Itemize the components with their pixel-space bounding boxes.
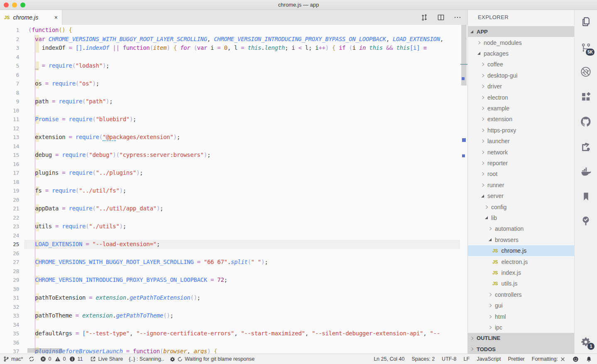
files-icon[interactable] bbox=[575, 15, 597, 29]
folder-item-example[interactable]: example bbox=[468, 103, 574, 114]
folder-item-config[interactable]: config bbox=[468, 201, 574, 212]
line-number[interactable]: 9 bbox=[0, 97, 19, 106]
folder-item-packages[interactable]: packages bbox=[468, 48, 574, 59]
file-item-electron-js[interactable]: JSelectron.js bbox=[468, 256, 574, 267]
folder-item-extension[interactable]: extension bbox=[468, 114, 574, 125]
chevron-collapsed-icon[interactable] bbox=[481, 117, 484, 121]
code-line[interactable]: CHROME_VERSIONS_WITH_BUGGY_ROOT_LAYER_SC… bbox=[28, 258, 268, 267]
chevron-expanded-icon[interactable] bbox=[489, 238, 492, 241]
folder-item-root[interactable]: root bbox=[468, 169, 574, 179]
line-number[interactable]: 11 bbox=[0, 115, 19, 124]
folder-item-driver[interactable]: driver bbox=[468, 81, 574, 92]
chevron-collapsed-icon[interactable] bbox=[481, 172, 484, 176]
folder-item-coffee[interactable]: coffee bbox=[468, 59, 574, 70]
line-number[interactable]: 25 bbox=[0, 240, 19, 249]
folder-item-html[interactable]: html bbox=[468, 311, 574, 322]
folder-item-electron[interactable]: electron bbox=[468, 92, 574, 103]
chevron-collapsed-icon[interactable] bbox=[481, 183, 484, 187]
line-number[interactable]: 37 bbox=[0, 347, 19, 354]
code-line[interactable]: defaultArgs = ["--test-type", "--ignore-… bbox=[28, 329, 440, 338]
code-line[interactable]: fs = require("../util/fs"); bbox=[28, 186, 126, 195]
compare-changes-icon[interactable] bbox=[420, 13, 428, 22]
code-line[interactable]: (function() { bbox=[28, 26, 72, 35]
github-icon[interactable] bbox=[575, 115, 597, 129]
line-number[interactable]: 21 bbox=[0, 204, 19, 213]
code-line[interactable]: var CHROME_VERSIONS_WITH_BUGGY_ROOT_LAYE… bbox=[28, 35, 447, 44]
line-number[interactable]: 4 bbox=[0, 53, 19, 62]
test-tree-icon[interactable] bbox=[575, 214, 597, 228]
line-number[interactable]: 7 bbox=[0, 79, 19, 88]
line-number[interactable]: 15 bbox=[0, 151, 19, 160]
folder-item-controllers[interactable]: controllers bbox=[468, 289, 574, 300]
code-line[interactable]: _ = require("lodash"); bbox=[28, 61, 109, 71]
sync-status[interactable] bbox=[29, 356, 34, 362]
line-number[interactable]: 12 bbox=[0, 124, 19, 133]
file-item-index-js[interactable]: JSindex.js bbox=[468, 267, 574, 278]
prettier[interactable]: Prettier bbox=[508, 356, 524, 362]
indentation[interactable]: Spaces: 2 bbox=[412, 356, 435, 362]
line-number[interactable]: 5 bbox=[0, 61, 19, 71]
encoding[interactable]: UTF-8 bbox=[442, 356, 456, 362]
scanning-status[interactable]: {..} : Scanning.. bbox=[129, 356, 164, 362]
line-number[interactable]: 29 bbox=[0, 276, 19, 285]
line-number[interactable]: 1 bbox=[0, 26, 19, 35]
chevron-collapsed-icon[interactable] bbox=[488, 315, 492, 318]
line-number[interactable]: 24 bbox=[0, 231, 19, 240]
line-number[interactable]: 6 bbox=[0, 71, 19, 80]
chevron-collapsed-icon[interactable] bbox=[481, 139, 484, 143]
source-control-icon[interactable]: 5K bbox=[575, 41, 597, 55]
debug-disabled-icon[interactable] bbox=[575, 65, 597, 79]
line-number[interactable]: 14 bbox=[0, 142, 19, 151]
line-number[interactable]: 32 bbox=[0, 303, 19, 312]
line-number[interactable]: 30 bbox=[0, 285, 19, 294]
close-tab-icon[interactable]: × bbox=[54, 15, 58, 20]
code-line[interactable]: utils = require("./utils"); bbox=[28, 222, 126, 231]
chevron-expanded-icon[interactable] bbox=[485, 216, 488, 219]
cursor-position[interactable]: Ln 25, Col 40 bbox=[374, 356, 404, 362]
horizontal-scrollbar-thumb[interactable] bbox=[27, 348, 62, 353]
live-share[interactable]: Live Share bbox=[90, 356, 123, 362]
folder-item-automation[interactable]: automation bbox=[468, 223, 574, 234]
chevron-collapsed-icon[interactable] bbox=[477, 41, 480, 44]
line-number[interactable]: 20 bbox=[0, 195, 19, 205]
line-number[interactable]: 31 bbox=[0, 293, 19, 303]
folder-item-reporter[interactable]: reporter bbox=[468, 158, 574, 169]
line-number[interactable]: 35 bbox=[0, 329, 19, 338]
file-item-chrome-js[interactable]: JSchrome.js bbox=[468, 245, 574, 256]
folder-item-desktop-gui[interactable]: desktop-gui bbox=[468, 70, 574, 81]
code-line[interactable]: path = require("path"); bbox=[28, 97, 113, 106]
code-line[interactable]: appData = require("../util/app_data"); bbox=[28, 204, 163, 213]
line-number[interactable]: 27 bbox=[0, 258, 19, 267]
chevron-collapsed-icon[interactable] bbox=[484, 205, 488, 208]
tab-chrome-js[interactable]: JS chrome.js × bbox=[0, 10, 62, 25]
folder-item-gui[interactable]: gui bbox=[468, 300, 574, 311]
chevron-expanded-icon[interactable] bbox=[477, 52, 480, 55]
chevron-collapsed-icon[interactable] bbox=[481, 129, 484, 132]
chevron-collapsed-icon[interactable] bbox=[481, 85, 484, 88]
folder-item-lib[interactable]: lib bbox=[468, 213, 574, 223]
code-line[interactable]: os = require("os"); bbox=[28, 79, 99, 88]
code-line[interactable]: indexOf = [].indexOf || function(item) {… bbox=[28, 44, 427, 53]
bookmark-icon[interactable] bbox=[575, 189, 597, 203]
chevron-expanded-icon[interactable] bbox=[470, 30, 473, 33]
chevron-collapsed-icon[interactable] bbox=[488, 227, 492, 230]
git-branch-status[interactable]: mac* bbox=[3, 356, 23, 362]
code-line[interactable]: pathToTheme = extension.getPathToTheme()… bbox=[28, 311, 174, 320]
line-number[interactable]: 13 bbox=[0, 133, 19, 142]
line-number[interactable]: 36 bbox=[0, 338, 19, 347]
more-actions-icon[interactable] bbox=[453, 13, 462, 22]
folder-item-network[interactable]: network bbox=[468, 147, 574, 157]
chevron-collapsed-icon[interactable] bbox=[481, 107, 484, 110]
folder-item-launcher[interactable]: launcher bbox=[468, 136, 574, 147]
section-header-todos[interactable]: TODOS bbox=[468, 344, 574, 354]
line-number[interactable]: 3 bbox=[0, 44, 19, 53]
docker-icon[interactable] bbox=[575, 164, 597, 178]
section-header-outline[interactable]: OUTLINE bbox=[468, 333, 574, 344]
line-number[interactable]: 16 bbox=[0, 160, 19, 169]
line-number[interactable]: 28 bbox=[0, 267, 19, 276]
chevron-collapsed-icon[interactable] bbox=[488, 304, 492, 307]
line-number[interactable]: 33 bbox=[0, 311, 19, 320]
line-number[interactable]: 23 bbox=[0, 222, 19, 231]
chevron-collapsed-icon[interactable] bbox=[488, 293, 492, 296]
code-line[interactable]: extension = require("@packages/extension… bbox=[28, 133, 180, 142]
